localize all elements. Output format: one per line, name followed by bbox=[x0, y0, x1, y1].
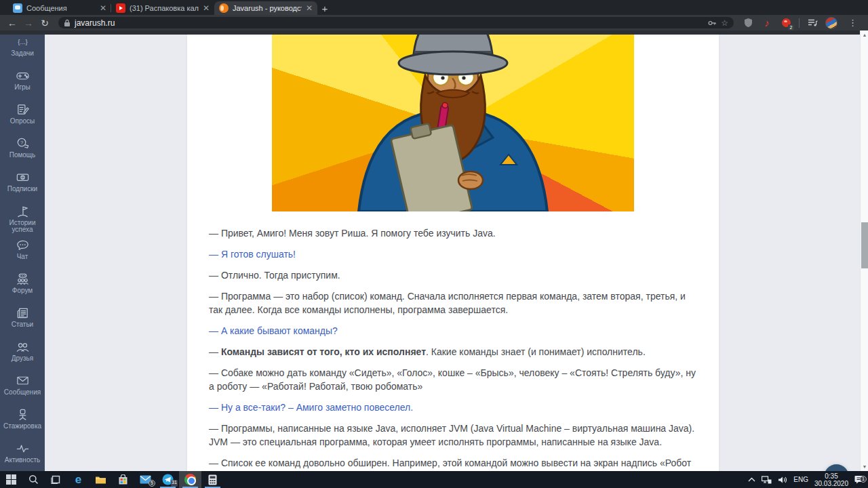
music-note-extension-icon[interactable]: ♪ bbox=[761, 17, 773, 29]
sidebar-item-forum[interactable]: Форум bbox=[0, 268, 45, 302]
mail-button[interactable]: 5 bbox=[134, 471, 157, 488]
lock-icon bbox=[64, 19, 71, 27]
notification-badge: 1 bbox=[860, 476, 867, 483]
svg-text:$: $ bbox=[22, 176, 24, 180]
task-view-button[interactable] bbox=[45, 471, 67, 488]
close-tab-icon[interactable]: ✕ bbox=[306, 4, 313, 12]
envelope-icon bbox=[16, 373, 30, 388]
pulse-icon bbox=[16, 441, 30, 455]
svg-text:?: ? bbox=[20, 140, 22, 146]
sidebar-item-activity[interactable]: Активность bbox=[0, 437, 45, 471]
dialog-text: — Отлично. Тогда приступим. bbox=[209, 270, 340, 281]
page-viewport: {...} Задачи Игры Опросы ? Помощь $ Подп… bbox=[0, 30, 868, 471]
dialog-text: . Какие команды знает (и понимает) испол… bbox=[426, 346, 646, 357]
site-header-strip bbox=[0, 30, 868, 35]
chat-bubble-icon bbox=[16, 238, 30, 252]
dialog-text: — Программа — это набор (список) команд.… bbox=[209, 291, 686, 315]
volume-icon[interactable] bbox=[778, 476, 787, 484]
forum-people-icon bbox=[16, 272, 30, 286]
tab-javarush-active[interactable]: Javarush - руководство по онла ✕ bbox=[214, 1, 317, 15]
office-chair-icon bbox=[16, 407, 30, 422]
dialog-paragraph: — Я готов слушать! bbox=[209, 247, 697, 261]
sidebar-item-friends[interactable]: Друзья bbox=[0, 336, 45, 369]
dialog-text: — Программы, написанные на языке Java, и… bbox=[209, 423, 694, 447]
gamepad-icon bbox=[16, 68, 30, 83]
calculator-button[interactable] bbox=[201, 471, 224, 488]
svg-text:{...}: {...} bbox=[18, 38, 28, 45]
toolbar-separator bbox=[799, 18, 800, 28]
new-tab-button[interactable]: + bbox=[317, 1, 332, 15]
newspaper-icon bbox=[16, 306, 30, 320]
dialog-link[interactable]: — Я готов слушать! bbox=[209, 249, 296, 260]
forward-icon[interactable]: → bbox=[20, 18, 37, 28]
banknote-icon: $ bbox=[16, 170, 30, 184]
edge-button[interactable]: e bbox=[67, 471, 90, 488]
file-explorer-button[interactable] bbox=[90, 471, 112, 488]
profile-avatar[interactable] bbox=[825, 17, 837, 29]
close-tab-icon[interactable]: ✕ bbox=[203, 4, 210, 12]
address-bar[interactable]: javarush.ru ☆ bbox=[58, 17, 734, 28]
close-tab-icon[interactable]: ✕ bbox=[100, 4, 106, 12]
taskbar-search-button[interactable] bbox=[22, 471, 45, 488]
shield-extension-icon[interactable] bbox=[742, 17, 754, 29]
tab-messages[interactable]: Сообщения ✕ bbox=[8, 1, 111, 15]
chrome-button[interactable] bbox=[179, 471, 201, 488]
dialog-paragraph: — Программы, написанные на языке Java, и… bbox=[209, 422, 697, 449]
windows-logo-icon bbox=[6, 474, 16, 485]
tab-youtube[interactable]: (31) Распаковка кальяна CRAFT ✕ bbox=[111, 1, 214, 15]
browser-toolbar: ← → ↻ javarush.ru ☆ ♪ 2 ⋮ bbox=[0, 15, 868, 30]
code-braces-icon: {...} bbox=[16, 35, 30, 49]
javarush-favicon bbox=[219, 3, 229, 13]
lesson-content-card: — Привет, Амиго! Меня зовут Риша. Я помо… bbox=[187, 35, 719, 471]
sidebar-item-tasks[interactable]: {...} Задачи bbox=[0, 30, 45, 64]
mail-unread-badge: 5 bbox=[149, 480, 155, 487]
dialog-paragraph: — Программа — это набор (список) команд.… bbox=[209, 289, 697, 317]
sidebar-item-messages[interactable]: Сообщения bbox=[0, 369, 45, 403]
help-bubble-icon: ? bbox=[16, 136, 30, 150]
sidebar-item-chat[interactable]: Чат bbox=[0, 234, 45, 268]
sidebar-item-success-stories[interactable]: Истории успеха bbox=[0, 200, 45, 234]
taskbar-apps: e 5 31 bbox=[0, 471, 224, 488]
reload-icon[interactable]: ↻ bbox=[37, 18, 53, 28]
sidebar-item-polls[interactable]: Опросы bbox=[0, 98, 45, 132]
tab-title: Javarush - руководство по онла bbox=[233, 4, 302, 12]
sidebar-item-help[interactable]: ? Помощь bbox=[0, 132, 45, 166]
sidebar-item-articles[interactable]: Статьи bbox=[0, 302, 45, 336]
calculator-icon bbox=[208, 474, 217, 485]
password-key-icon[interactable] bbox=[707, 18, 717, 28]
clock[interactable]: 0:35 30.03.2020 bbox=[814, 472, 848, 487]
microsoft-store-button[interactable] bbox=[112, 471, 134, 488]
network-icon[interactable] bbox=[762, 476, 772, 484]
tab-title: Сообщения bbox=[26, 4, 96, 12]
site-sidebar: {...} Задачи Игры Опросы ? Помощь $ Подп… bbox=[0, 30, 45, 471]
sidebar-item-games[interactable]: Игры bbox=[0, 64, 45, 98]
sidebar-item-internship[interactable]: Стажировка bbox=[0, 403, 45, 437]
page-scrollbar[interactable]: ▲ ▼ bbox=[860, 30, 868, 471]
scroll-down-icon[interactable]: ▼ bbox=[861, 464, 868, 469]
tray-time: 0:35 bbox=[814, 472, 848, 480]
dialog-link[interactable]: — Ну а все-таки? – Амиго заметно повесел… bbox=[209, 402, 413, 413]
sidebar-item-subscriptions[interactable]: $ Подписки bbox=[0, 166, 45, 200]
folder-icon bbox=[95, 475, 106, 485]
browser-menu-icon[interactable]: ⋮ bbox=[844, 18, 861, 28]
dialog-paragraph: — Привет, Амиго! Меня зовут Риша. Я помо… bbox=[209, 226, 697, 240]
start-button[interactable] bbox=[0, 471, 22, 488]
tray-chevron-up-icon[interactable] bbox=[748, 477, 755, 482]
tray-date: 30.03.2020 bbox=[814, 480, 848, 487]
red-circle-extension-icon[interactable]: 2 bbox=[780, 17, 792, 29]
dialog-link[interactable]: — А какие бывают команды? bbox=[209, 325, 338, 336]
task-view-icon bbox=[51, 474, 61, 485]
language-indicator[interactable]: ENG bbox=[793, 476, 808, 483]
playlist-extension-icon[interactable] bbox=[806, 17, 818, 29]
scrollbar-thumb[interactable] bbox=[861, 222, 868, 268]
telegram-unread-badge: 31 bbox=[171, 480, 178, 487]
scroll-up-icon[interactable]: ▲ bbox=[861, 33, 868, 37]
back-icon[interactable]: ← bbox=[4, 18, 20, 28]
system-tray: ENG 0:35 30.03.2020 1 bbox=[748, 471, 868, 488]
action-center-button[interactable]: 1 bbox=[854, 475, 864, 484]
dialog-paragraph: — А какие бывают команды? bbox=[209, 324, 697, 338]
telegram-button[interactable]: 31 bbox=[157, 471, 179, 488]
search-icon bbox=[28, 474, 39, 485]
bookmark-star-icon[interactable]: ☆ bbox=[721, 19, 728, 27]
extensions-area: ♪ 2 ⋮ bbox=[739, 17, 864, 29]
